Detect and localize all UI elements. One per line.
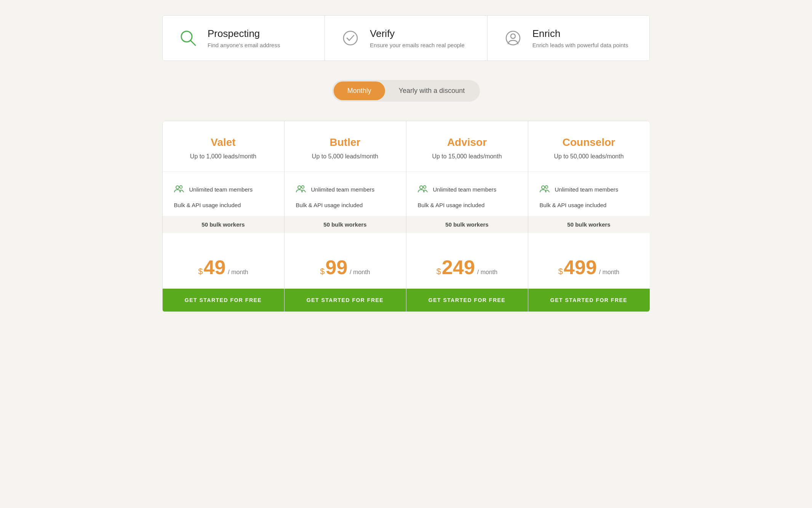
- feature-team-label-advisor: Unlimited team members: [433, 186, 497, 193]
- feature-api-label-butler: Bulk & API usage included: [296, 202, 363, 208]
- feature-tab-enrich-text: Enrich Enrich leads with powerful data p…: [532, 28, 628, 48]
- price-dollar-advisor: $: [436, 267, 441, 276]
- feature-tab-prospecting-text: Prospecting Find anyone's email address: [208, 28, 280, 48]
- feature-team-label-butler: Unlimited team members: [311, 186, 375, 193]
- feature-tab-prospecting-desc: Find anyone's email address: [208, 42, 280, 48]
- svg-point-2: [344, 31, 357, 45]
- feature-tab-enrich-desc: Enrich leads with powerful data points: [532, 42, 628, 48]
- feature-tab-verify[interactable]: Verify Ensure your emails reach real peo…: [325, 16, 487, 61]
- feature-api-label-counselor: Bulk & API usage included: [540, 202, 607, 208]
- price-period-counselor: / month: [599, 269, 619, 276]
- plan-name-counselor: Counselor: [540, 136, 638, 149]
- cta-button-butler[interactable]: GET STARTED FOR FREE: [285, 289, 406, 312]
- plan-leads-counselor: Up to 50,000 leads/month: [540, 153, 638, 160]
- search-icon: [178, 28, 198, 48]
- feature-tab-prospecting-title: Prospecting: [208, 28, 280, 40]
- card-features-valet: Unlimited team members Bulk & API usage …: [163, 172, 284, 246]
- svg-point-10: [423, 186, 426, 189]
- svg-point-7: [298, 186, 301, 189]
- svg-point-8: [301, 186, 304, 189]
- plan-leads-butler: Up to 5,000 leads/month: [296, 153, 395, 160]
- team-icon-valet: [174, 185, 184, 194]
- billing-toggle-wrapper: Monthly Yearly with a discount: [162, 80, 650, 102]
- feature-api-label-advisor: Bulk & API usage included: [418, 202, 485, 208]
- price-period-advisor: / month: [477, 269, 497, 276]
- card-features-counselor: Unlimited team members Bulk & API usage …: [528, 172, 650, 246]
- feature-tab-enrich[interactable]: Enrich Enrich leads with powerful data p…: [488, 16, 649, 61]
- price-display-butler: $ 99 / month: [296, 257, 395, 277]
- card-header-advisor: Advisor Up to 15,000 leads/month: [406, 121, 528, 172]
- billing-toggle: Monthly Yearly with a discount: [332, 80, 480, 102]
- feature-api-counselor: Bulk & API usage included: [540, 198, 638, 212]
- plan-name-advisor: Advisor: [418, 136, 516, 149]
- card-features-butler: Unlimited team members Bulk & API usage …: [285, 172, 406, 246]
- feature-tabs: Prospecting Find anyone's email address …: [162, 15, 650, 61]
- feature-tab-enrich-title: Enrich: [532, 28, 628, 40]
- card-price-valet: $ 49 / month: [163, 246, 284, 289]
- feature-api-valet: Bulk & API usage included: [174, 198, 273, 212]
- feature-team-counselor: Unlimited team members: [540, 181, 638, 198]
- card-header-counselor: Counselor Up to 50,000 leads/month: [528, 121, 650, 172]
- feature-tab-verify-desc: Ensure your emails reach real people: [370, 42, 464, 48]
- card-cta-butler: GET STARTED FOR FREE: [285, 289, 406, 312]
- feature-bulk-label-valet: 50 bulk workers: [201, 221, 245, 228]
- card-header-valet: Valet Up to 1,000 leads/month: [163, 121, 284, 172]
- team-icon-advisor: [418, 185, 428, 194]
- price-dollar-valet: $: [198, 267, 203, 276]
- feature-api-advisor: Bulk & API usage included: [418, 198, 516, 212]
- monthly-toggle[interactable]: Monthly: [334, 81, 385, 100]
- card-features-advisor: Unlimited team members Bulk & API usage …: [406, 172, 528, 246]
- card-price-counselor: $ 499 / month: [528, 246, 650, 289]
- svg-point-11: [542, 186, 545, 189]
- price-dollar-counselor: $: [558, 267, 563, 276]
- svg-point-4: [511, 34, 515, 38]
- feature-tab-prospecting[interactable]: Prospecting Find anyone's email address: [163, 16, 325, 61]
- plan-name-butler: Butler: [296, 136, 395, 149]
- pricing-card-advisor: Advisor Up to 15,000 leads/month Unlimit…: [406, 121, 528, 312]
- pricing-card-valet: Valet Up to 1,000 leads/month Unlimited …: [162, 121, 285, 312]
- svg-line-1: [190, 40, 195, 45]
- pricing-grid: Valet Up to 1,000 leads/month Unlimited …: [162, 121, 650, 312]
- feature-bulk-label-butler: 50 bulk workers: [323, 221, 366, 228]
- feature-bulk-label-advisor: 50 bulk workers: [445, 221, 488, 228]
- cta-button-valet[interactable]: GET STARTED FOR FREE: [163, 289, 284, 312]
- person-circle-icon: [503, 28, 523, 48]
- feature-team-advisor: Unlimited team members: [418, 181, 516, 198]
- team-icon-butler: [296, 185, 306, 194]
- feature-api-label-valet: Bulk & API usage included: [174, 202, 241, 208]
- card-price-advisor: $ 249 / month: [406, 246, 528, 289]
- price-period-butler: / month: [350, 269, 370, 276]
- plan-leads-advisor: Up to 15,000 leads/month: [418, 153, 516, 160]
- feature-api-butler: Bulk & API usage included: [296, 198, 395, 212]
- price-display-advisor: $ 249 / month: [418, 257, 516, 277]
- pricing-card-counselor: Counselor Up to 50,000 leads/month Unlim…: [528, 121, 650, 312]
- card-cta-counselor: GET STARTED FOR FREE: [528, 289, 650, 312]
- card-cta-advisor: GET STARTED FOR FREE: [406, 289, 528, 312]
- feature-bulk-advisor: 50 bulk workers: [406, 216, 528, 233]
- svg-point-6: [179, 186, 182, 189]
- price-amount-counselor: 499: [564, 257, 597, 277]
- price-amount-advisor: 249: [442, 257, 475, 277]
- cta-button-advisor[interactable]: GET STARTED FOR FREE: [406, 289, 528, 312]
- plan-leads-valet: Up to 1,000 leads/month: [174, 153, 273, 160]
- yearly-toggle[interactable]: Yearly with a discount: [385, 81, 478, 100]
- pricing-card-butler: Butler Up to 5,000 leads/month Unlimited…: [284, 121, 406, 312]
- price-dollar-butler: $: [320, 267, 324, 276]
- price-amount-butler: 99: [326, 257, 348, 277]
- price-display-valet: $ 49 / month: [174, 257, 273, 277]
- feature-bulk-valet: 50 bulk workers: [163, 216, 284, 233]
- card-price-butler: $ 99 / month: [285, 246, 406, 289]
- feature-tab-verify-text: Verify Ensure your emails reach real peo…: [370, 28, 464, 48]
- plan-name-valet: Valet: [174, 136, 273, 149]
- team-icon-counselor: [540, 185, 550, 194]
- card-header-butler: Butler Up to 5,000 leads/month: [285, 121, 406, 172]
- price-amount-valet: 49: [204, 257, 226, 277]
- price-period-valet: / month: [228, 269, 248, 276]
- svg-point-12: [545, 186, 548, 189]
- feature-team-valet: Unlimited team members: [174, 181, 273, 198]
- feature-bulk-butler: 50 bulk workers: [285, 216, 406, 233]
- cta-button-counselor[interactable]: GET STARTED FOR FREE: [528, 289, 650, 312]
- feature-team-butler: Unlimited team members: [296, 181, 395, 198]
- feature-bulk-label-counselor: 50 bulk workers: [567, 221, 610, 228]
- feature-tab-verify-title: Verify: [370, 28, 464, 40]
